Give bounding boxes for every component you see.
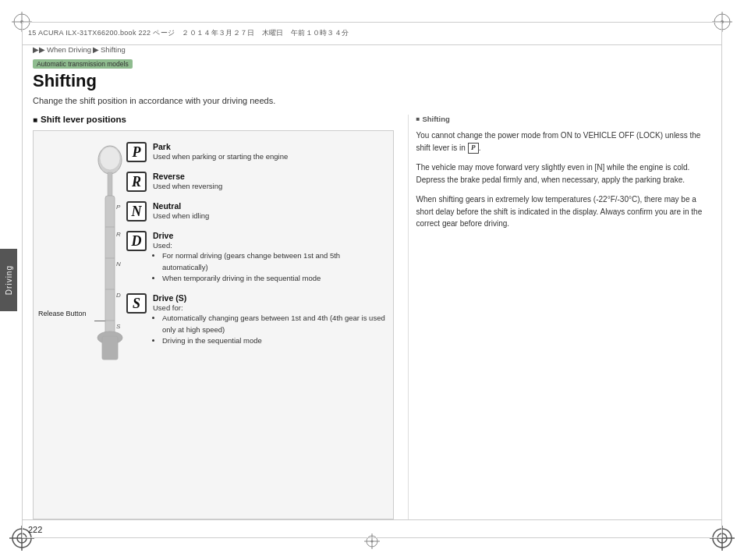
gear-s-bullets: Automatically changing gears between 1st… [162, 313, 387, 346]
svg-rect-23 [108, 172, 112, 196]
gear-desc-n: Neutral Used when idling [153, 201, 387, 221]
diagram-box: Release Button [33, 130, 394, 519]
breadcrumb-item1: When Driving [47, 45, 91, 54]
gear-letter-d: D [126, 231, 147, 251]
svg-point-22 [100, 147, 120, 170]
header: 15 ACURA ILX-31TX66200.book 222 ページ ２０１４… [22, 22, 722, 45]
diagram-inner: Release Button [34, 131, 393, 519]
right-note-3: When shifting gears in extremely low tem… [416, 193, 711, 230]
gear-detail-p: Used when parking or starting the engine [153, 151, 387, 161]
right-section-title: Shifting [416, 115, 711, 123]
section-heading: Shift lever positions [33, 115, 394, 124]
svg-text:P: P [116, 204, 121, 211]
gear-letter-p: P [126, 142, 147, 162]
gear-s-bullet-1: Automatically changing gears between 1st… [162, 313, 387, 335]
svg-text:R: R [116, 231, 121, 238]
gear-desc-r: Reverse Used when reversing [153, 172, 387, 191]
gear-desc-p: Park Used when parking or starting the e… [153, 142, 387, 161]
gear-d-prefix: Used: [153, 241, 172, 250]
header-text: 15 ACURA ILX-31TX66200.book 222 ページ ２０１４… [28, 28, 349, 38]
page-number: 222 [28, 525, 42, 534]
svg-text:S: S [116, 323, 121, 330]
svg-point-19 [371, 541, 374, 543]
svg-text:D: D [116, 292, 121, 299]
right-column: Shifting You cannot change the power mod… [408, 115, 711, 519]
gear-letter-s: S [126, 293, 147, 314]
svg-rect-24 [105, 196, 115, 336]
gear-letter-n: N [126, 201, 147, 222]
badge-text: Automatic transmission models [33, 59, 133, 69]
gear-item-p: P Park Used when parking or starting the… [126, 142, 387, 162]
svg-rect-30 [102, 336, 118, 360]
breadcrumb-arrow1: ▶▶ [33, 45, 45, 54]
gear-detail-r: Used when reversing [153, 181, 387, 191]
section-badge: Automatic transmission models [33, 58, 711, 71]
side-tab-label: Driving [5, 265, 13, 295]
gear-desc-d: Drive Used: For normal driving (gears ch… [153, 231, 387, 284]
footer: 222 [22, 519, 722, 538]
gear-desc-s: Drive (S) Used for: Automatically changi… [153, 293, 387, 346]
gear-item-s: S Drive (S) Used for: Automatically chan… [126, 293, 387, 346]
gear-detail-n: Used when idling [153, 211, 387, 221]
gear-name-d: Drive [153, 231, 387, 240]
gear-name-s: Drive (S) [153, 293, 387, 303]
gear-name-n: Neutral [153, 201, 387, 211]
page-subtitle: Change the shift position in accordance … [33, 96, 711, 105]
gear-name-r: Reverse [153, 172, 387, 181]
breadcrumb-item2: Shifting [101, 45, 126, 54]
gear-item-n: N Neutral Used when idling [126, 201, 387, 222]
gear-image-area: Release Button [34, 131, 123, 519]
gear-letter-r: R [126, 172, 147, 192]
inline-badge-p: P [468, 143, 479, 154]
gear-detail-s: Used for: Automatically changing gears b… [153, 303, 387, 346]
gear-name-p: Park [153, 142, 387, 151]
gear-stick-svg: P R N D S [94, 143, 126, 385]
right-title-text: Shifting [422, 115, 449, 123]
breadcrumb-arrow2: ▶ [93, 45, 99, 54]
left-column: Shift lever positions Release Button [33, 115, 394, 519]
page-title: Shifting [33, 71, 711, 91]
breadcrumb: ▶▶ When Driving ▶ Shifting [33, 45, 711, 54]
svg-text:N: N [116, 261, 121, 268]
section-heading-text: Shift lever positions [41, 115, 126, 124]
gear-detail-d: Used: For normal driving (gears change b… [153, 240, 387, 284]
gear-labels-area: P Park Used when parking or starting the… [123, 131, 393, 519]
gear-d-bullets: For normal driving (gears change between… [162, 250, 387, 284]
gear-s-bullet-2: Driving in the sequential mode [162, 335, 387, 346]
gear-item-r: R Reverse Used when reversing [126, 172, 387, 192]
main-content: ▶▶ When Driving ▶ Shifting Automatic tra… [33, 45, 711, 519]
right-note-2: The vehicle may move forward very slight… [416, 161, 711, 186]
gear-d-bullet-1: For normal driving (gears change between… [162, 250, 387, 273]
gear-s-prefix: Used for: [153, 303, 183, 312]
right-note-1: You cannot change the power mode from ON… [416, 129, 711, 154]
side-tab: Driving [0, 249, 17, 311]
gear-item-d: D Drive Used: For normal driving (gears … [126, 231, 387, 284]
two-column-layout: Shift lever positions Release Button [33, 115, 711, 519]
gear-d-bullet-2: When temporarily driving in the sequenti… [162, 273, 387, 284]
